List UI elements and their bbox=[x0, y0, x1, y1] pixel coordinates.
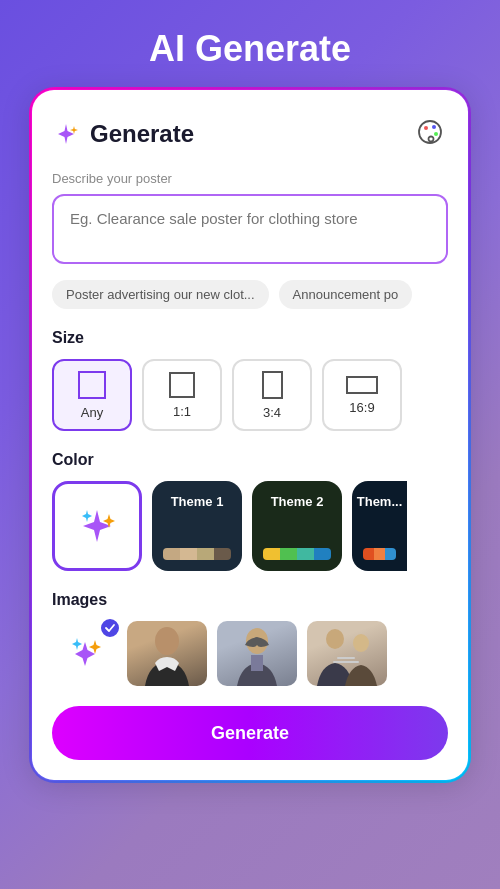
theme-2-color-3 bbox=[297, 548, 314, 560]
image-option-2[interactable] bbox=[217, 621, 297, 686]
palette-icon bbox=[416, 118, 444, 146]
theme-2-colors bbox=[263, 548, 331, 560]
svg-rect-7 bbox=[251, 655, 263, 671]
ai-image-option[interactable] bbox=[52, 621, 117, 686]
sparkle-icon bbox=[52, 120, 80, 148]
image-option-3[interactable] bbox=[307, 621, 387, 686]
color-section: Color Theme 1 bbox=[52, 451, 448, 571]
person3-silhouette bbox=[307, 621, 387, 686]
theme-1-color-2 bbox=[180, 548, 197, 560]
suggestions-row: Poster advertising our new clot... Annou… bbox=[52, 280, 448, 309]
svg-point-1 bbox=[424, 126, 428, 130]
images-title: Images bbox=[52, 591, 448, 609]
color-options-row: Theme 1 Theme 2 bbox=[52, 481, 448, 571]
generate-button[interactable]: Generate bbox=[52, 706, 448, 760]
color-theme-2[interactable]: Theme 2 bbox=[252, 481, 342, 571]
suggestion-chip-1[interactable]: Poster advertising our new clot... bbox=[52, 280, 269, 309]
theme-2-label: Theme 2 bbox=[271, 494, 324, 509]
theme-3-label: Them... bbox=[357, 494, 403, 509]
theme-1-colors bbox=[163, 548, 231, 560]
theme-1-color-1 bbox=[163, 548, 180, 560]
svg-point-2 bbox=[432, 125, 436, 129]
size-1-1-icon bbox=[169, 372, 195, 398]
main-card: Generate Describe your poster Poster adv… bbox=[30, 88, 470, 782]
person1-silhouette bbox=[137, 621, 197, 686]
card-title: Generate bbox=[90, 120, 194, 148]
card-header: Generate bbox=[52, 114, 448, 153]
sparkle-color-icon bbox=[73, 502, 121, 550]
size-1-1-label: 1:1 bbox=[173, 404, 191, 419]
theme-3-color-3 bbox=[385, 548, 396, 560]
size-options-row: Any 1:1 3:4 16:9 bbox=[52, 359, 448, 431]
size-16-9-label: 16:9 bbox=[349, 400, 374, 415]
image-option-1[interactable] bbox=[127, 621, 207, 686]
theme-3-colors bbox=[363, 548, 396, 560]
palette-button[interactable] bbox=[412, 114, 448, 153]
checkmark-icon bbox=[104, 622, 116, 634]
size-option-16-9[interactable]: 16:9 bbox=[322, 359, 402, 431]
size-16-9-icon bbox=[346, 376, 378, 394]
poster-description-input[interactable] bbox=[52, 194, 448, 264]
suggestion-chip-2[interactable]: Announcement po bbox=[279, 280, 413, 309]
size-3-4-label: 3:4 bbox=[263, 405, 281, 420]
size-any-icon bbox=[78, 371, 106, 399]
svg-point-3 bbox=[434, 132, 438, 136]
person2-silhouette bbox=[227, 621, 287, 686]
svg-point-9 bbox=[353, 634, 369, 652]
theme-1-color-3 bbox=[197, 548, 214, 560]
svg-rect-10 bbox=[337, 657, 355, 659]
svg-rect-11 bbox=[333, 661, 359, 663]
size-option-1-1[interactable]: 1:1 bbox=[142, 359, 222, 431]
input-label: Describe your poster bbox=[52, 171, 448, 186]
color-theme-1[interactable]: Theme 1 bbox=[152, 481, 242, 571]
size-title: Size bbox=[52, 329, 448, 347]
ai-sparkle-icon bbox=[63, 632, 107, 676]
svg-point-8 bbox=[326, 629, 344, 649]
color-sparkle-option[interactable] bbox=[52, 481, 142, 571]
theme-3-color-1 bbox=[363, 548, 374, 560]
images-section: Images bbox=[52, 591, 448, 686]
ai-selected-badge bbox=[99, 617, 121, 639]
size-option-3-4[interactable]: 3:4 bbox=[232, 359, 312, 431]
theme-1-color-4 bbox=[214, 548, 231, 560]
color-theme-3[interactable]: Them... bbox=[352, 481, 407, 571]
theme-2-color-2 bbox=[280, 548, 297, 560]
card-title-group: Generate bbox=[52, 120, 194, 148]
images-row bbox=[52, 621, 448, 686]
theme-3-color-2 bbox=[374, 548, 385, 560]
svg-point-4 bbox=[429, 137, 434, 142]
color-title: Color bbox=[52, 451, 448, 469]
size-3-4-icon bbox=[262, 371, 283, 399]
size-any-label: Any bbox=[81, 405, 103, 420]
page-title: AI Generate bbox=[149, 28, 351, 70]
size-option-any[interactable]: Any bbox=[52, 359, 132, 431]
theme-2-color-1 bbox=[263, 548, 280, 560]
input-section: Describe your poster bbox=[52, 171, 448, 268]
theme-2-color-4 bbox=[314, 548, 331, 560]
size-section: Size Any 1:1 3:4 16:9 bbox=[52, 329, 448, 431]
svg-point-5 bbox=[155, 627, 179, 655]
theme-1-label: Theme 1 bbox=[171, 494, 224, 509]
